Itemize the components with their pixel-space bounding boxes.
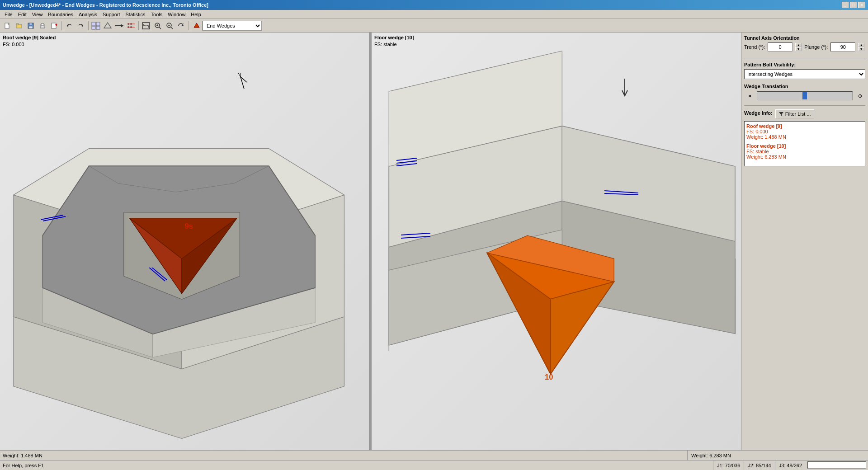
svg-line-61 (401, 236, 430, 238)
compass-icon-right (620, 78, 629, 100)
left-viewport-title: Roof wedge [9] Scaled (3, 34, 56, 41)
left-viewport-subtitle: FS: 0.000 (3, 41, 56, 48)
trend-input[interactable] (768, 42, 793, 52)
tunnel-axis-row: Trend (°): ▲ ▼ Plunge (°): ▲ ▼ (744, 42, 865, 52)
coord-j2: J2: 85/144 (744, 461, 774, 470)
roof-wedge-fs: FS: 0.000 (746, 129, 863, 134)
help-text: For Help, press F1 (0, 463, 713, 468)
wedge-translation-section: Wedge Translation ◄ ⊕ (744, 84, 865, 101)
floor-wedge-fs: FS: stable (746, 149, 863, 154)
toolbar: End WedgesAll WedgesIntersecting Wedges (0, 19, 868, 33)
titlebar-buttons: _ □ × (842, 2, 865, 8)
svg-line-58 (396, 161, 417, 163)
menu-statistics[interactable]: Statistics (123, 11, 148, 18)
export-icon (51, 22, 58, 29)
show-pattern-button[interactable] (126, 21, 137, 31)
undo-icon (66, 22, 73, 29)
wedge-translation-label: Wedge Translation (744, 84, 865, 89)
roof-wedge-weight: Weight: 1.488 MN (746, 134, 863, 140)
translation-slider[interactable] (757, 91, 853, 100)
rotate-icon (177, 22, 185, 29)
zoom-out-button[interactable] (164, 21, 175, 31)
translation-thumb[interactable] (802, 92, 807, 99)
new-button[interactable] (2, 21, 13, 31)
right-viewport[interactable]: Floor wedge [10] FS: stable (372, 33, 741, 450)
menu-view[interactable]: View (29, 11, 46, 18)
show-pattern-icon (126, 22, 136, 30)
rotate-button[interactable] (176, 21, 187, 31)
svg-rect-14 (96, 26, 100, 29)
filter-list-button[interactable]: Filter List ... (775, 109, 814, 118)
menu-window[interactable]: Window (165, 11, 188, 18)
svg-line-40 (149, 268, 165, 281)
svg-rect-8 (41, 26, 44, 28)
print-button[interactable] (37, 21, 48, 31)
plunge-down-button[interactable]: ▼ (858, 47, 864, 51)
new-icon (4, 22, 11, 29)
floor-wedge-name: Floor wedge [10] (746, 143, 863, 149)
statusbar-bottom: For Help, press F1 J1: 70/036 J2: 85/144… (0, 460, 868, 470)
save-icon (27, 22, 34, 29)
open-button[interactable] (14, 21, 24, 31)
bolt-lines-right-far (604, 188, 641, 196)
svg-text:N: N (237, 73, 241, 78)
svg-marker-34 (194, 23, 199, 28)
svg-line-60 (401, 233, 430, 235)
statusbar-right-section: Weight: 6.283 MN (687, 451, 868, 461)
panel-separator-1 (744, 58, 865, 58)
menu-edit[interactable]: Edit (15, 11, 29, 18)
wedge-info-content: Roof wedge [9] FS: 0.000 Weight: 1.488 M… (744, 121, 865, 166)
close-button[interactable]: × (858, 2, 865, 8)
plunge-up-button[interactable]: ▲ (858, 43, 864, 47)
left-scene-svg: 9s (0, 33, 369, 450)
menubar: File Edit View Boundaries Analysis Suppo… (0, 10, 868, 19)
print-icon (39, 22, 46, 29)
coord-j1: J1: 70/036 (713, 461, 744, 470)
show-numbers-button[interactable] (90, 21, 101, 31)
save-button[interactable] (25, 21, 36, 31)
bolt-line-icon-2 (149, 268, 167, 283)
undo-button[interactable] (64, 21, 75, 31)
left-viewport[interactable]: Roof wedge [9] Scaled FS: 0.000 N (0, 33, 370, 450)
right-viewport-subtitle: FS: stable (374, 41, 414, 48)
menu-help[interactable]: Help (188, 11, 204, 18)
svg-marker-81 (779, 112, 783, 116)
bolt-line-icon-5 (604, 188, 641, 195)
trend-up-button[interactable]: ▲ (795, 43, 802, 47)
show-mesh-button[interactable] (102, 21, 113, 31)
show-numbers-icon (91, 22, 100, 30)
zoom-in-button[interactable] (152, 21, 163, 31)
redo-button[interactable] (75, 21, 86, 31)
title-text: Unwedge - [Unwedged4* - End Wedges - Reg… (3, 2, 208, 8)
zoom-fit-icon (142, 22, 150, 29)
right-weight-text: Weight: 6.283 MN (691, 453, 731, 458)
tunnel-axis-section: Tunnel Axis Orientation Trend (°): ▲ ▼ P… (744, 35, 865, 53)
export-button[interactable] (49, 21, 60, 31)
plunge-label: Plunge (°): (804, 44, 828, 50)
analysis-dropdown[interactable]: End WedgesAll WedgesIntersecting Wedges (203, 21, 262, 31)
plunge-spinner: ▲ ▼ (858, 43, 864, 51)
plunge-input[interactable] (830, 42, 855, 52)
show-bolts-button[interactable] (114, 21, 125, 31)
trend-down-button[interactable]: ▼ (795, 47, 802, 51)
bolt-line-icon-1 (41, 213, 68, 222)
zoom-fit-button[interactable] (141, 21, 151, 31)
menu-tools[interactable]: Tools (148, 11, 165, 18)
minimize-button[interactable]: _ (842, 2, 849, 8)
pattern-bolt-dropdown[interactable]: All WedgesIntersecting WedgesNone (744, 69, 865, 79)
pattern-bolt-label: Pattern Bolt Visibility: (744, 62, 865, 67)
menu-boundaries[interactable]: Boundaries (45, 11, 76, 18)
right-viewport-title: Floor wedge [10] (374, 34, 414, 41)
svg-rect-12 (96, 22, 100, 26)
translation-right-button[interactable]: ⊕ (854, 91, 865, 101)
show-mesh-icon (103, 22, 112, 30)
wedge-info-label: Wedge Info: (744, 110, 773, 116)
menu-file[interactable]: File (2, 11, 15, 18)
maximize-button[interactable]: □ (850, 2, 857, 8)
menu-support[interactable]: Support (100, 11, 123, 18)
right-viewport-label: Floor wedge [10] FS: stable (374, 34, 414, 48)
tunnel-axis-label: Tunnel Axis Orientation (744, 35, 865, 41)
menu-analysis[interactable]: Analysis (76, 11, 100, 18)
svg-rect-9 (52, 23, 56, 28)
translation-left-button[interactable]: ◄ (744, 91, 755, 101)
